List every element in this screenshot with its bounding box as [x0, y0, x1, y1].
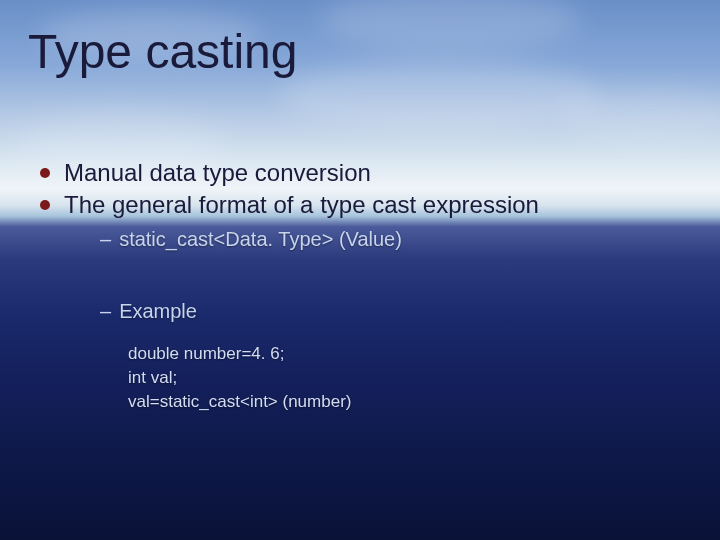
- cloud-decoration: [280, 60, 600, 130]
- sub-item: – static_cast<Data. Type> (Value): [100, 226, 690, 252]
- bullet-item: The general format of a type cast expres…: [40, 190, 690, 220]
- bullet-text: The general format of a type cast expres…: [64, 190, 539, 220]
- bullet-icon: [40, 168, 50, 178]
- code-block: double number=4. 6; int val; val=static_…: [128, 342, 690, 414]
- bullet-item: Manual data type conversion: [40, 158, 690, 188]
- syntax-text: static_cast<Data. Type> (Value): [119, 226, 402, 252]
- sub-item: – Example: [100, 298, 690, 324]
- cloud-decoration: [560, 90, 720, 140]
- slide: Type casting Manual data type conversion…: [0, 0, 720, 540]
- bullet-icon: [40, 200, 50, 210]
- code-line: int val;: [128, 366, 690, 390]
- example-label: Example: [119, 298, 197, 324]
- code-line: val=static_cast<int> (number): [128, 390, 690, 414]
- sub-list: – static_cast<Data. Type> (Value) – Exam…: [100, 226, 690, 324]
- dash-icon: –: [100, 226, 111, 252]
- bullet-text: Manual data type conversion: [64, 158, 371, 188]
- code-line: double number=4. 6;: [128, 342, 690, 366]
- dash-icon: –: [100, 298, 111, 324]
- slide-title: Type casting: [28, 24, 297, 79]
- cloud-decoration: [320, 0, 580, 50]
- slide-body: Manual data type conversion The general …: [40, 158, 690, 414]
